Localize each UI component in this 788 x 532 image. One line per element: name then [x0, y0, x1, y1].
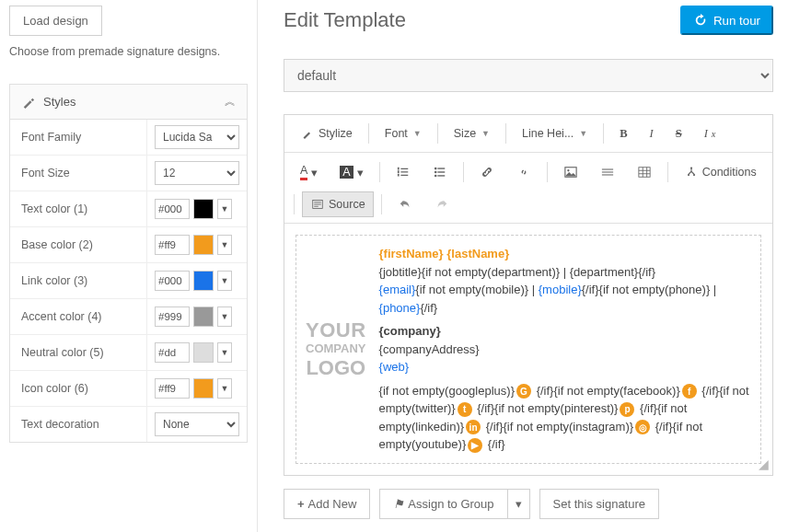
color-hex-input[interactable]: [155, 271, 190, 291]
color-swatch[interactable]: [193, 306, 214, 327]
undo-button[interactable]: [389, 191, 421, 217]
color-hex-input[interactable]: [155, 378, 190, 399]
caret-down-icon: ▼: [481, 129, 490, 138]
style-row: Link color (3)▼: [10, 263, 247, 299]
unlink-button[interactable]: [508, 159, 539, 185]
style-select[interactable]: Lucida Sa: [155, 125, 239, 149]
resize-handle-icon[interactable]: ◢: [759, 457, 769, 471]
caret-down-icon: ▾: [311, 166, 318, 179]
conditions-button[interactable]: Conditions: [676, 159, 765, 185]
color-dropdown[interactable]: ▼: [217, 378, 232, 399]
stylize-button[interactable]: Stylize: [292, 121, 361, 146]
size-select[interactable]: Size▼: [446, 122, 498, 145]
template-select[interactable]: default: [284, 59, 773, 92]
editor: Stylize Font▼ Size▼ Line Hei...▼ B I S I…: [284, 114, 773, 476]
facebook-icon: f: [682, 384, 697, 399]
caret-down-icon: ▾: [516, 497, 522, 511]
branch-icon: [684, 165, 699, 179]
styles-panel: Styles ︽ Font FamilyLucida SaFont Size12…: [9, 84, 248, 443]
font-select[interactable]: Font▼: [377, 122, 430, 145]
svg-point-14: [693, 174, 695, 176]
styles-panel-header[interactable]: Styles ︽: [10, 85, 247, 120]
style-label: Accent color (4): [10, 299, 147, 334]
color-swatch[interactable]: [193, 271, 214, 291]
style-label: Icon color (6): [10, 371, 147, 406]
strike-button[interactable]: S: [667, 121, 690, 146]
table-icon: [637, 165, 652, 179]
wand-icon: [21, 95, 36, 110]
color-hex-input[interactable]: [155, 199, 190, 219]
styles-title: Styles: [43, 95, 75, 109]
chevron-up-icon: ︽: [225, 94, 236, 110]
style-row: Icon color (6)▼: [10, 371, 247, 407]
hr-button[interactable]: [592, 159, 623, 185]
svg-rect-11: [639, 168, 650, 178]
lineheight-select[interactable]: Line Hei...▼: [514, 122, 596, 145]
color-swatch[interactable]: [193, 199, 214, 219]
unordered-list-icon: [433, 165, 447, 179]
youtube-icon: ▶: [468, 438, 482, 453]
bgcolor-button[interactable]: A▾: [331, 160, 371, 185]
style-select[interactable]: 12: [155, 161, 239, 185]
caret-down-icon: ▾: [357, 166, 364, 179]
ol-button[interactable]: [388, 159, 419, 185]
color-dropdown[interactable]: ▼: [217, 271, 232, 291]
style-label: Font Family: [10, 120, 147, 155]
svg-rect-8: [602, 169, 613, 170]
twitter-icon: t: [458, 402, 472, 417]
color-hex-input[interactable]: [155, 235, 190, 255]
color-hex-input[interactable]: [155, 342, 190, 363]
style-row: Font Size12: [10, 156, 247, 191]
color-dropdown[interactable]: ▼: [217, 306, 232, 327]
svg-point-0: [435, 168, 437, 170]
redo-button[interactable]: [426, 191, 458, 217]
hr-icon: [600, 165, 615, 179]
load-design-desc: Choose from premade signature designs.: [9, 45, 248, 58]
redo-icon: [435, 197, 449, 212]
svg-rect-5: [437, 175, 445, 176]
style-row: Text decorationNone: [10, 407, 247, 442]
color-dropdown[interactable]: ▼: [217, 342, 232, 363]
link-button[interactable]: [471, 159, 503, 185]
editor-content[interactable]: YOUR COMPANY LOGO {firstName} {lastName}…: [284, 224, 772, 475]
source-icon: [310, 197, 325, 212]
bold-button[interactable]: B: [611, 121, 635, 146]
color-swatch[interactable]: [193, 235, 214, 255]
style-select[interactable]: None: [155, 412, 239, 436]
undo-icon: [398, 197, 412, 212]
pinterest-icon: p: [620, 402, 634, 417]
plus-icon: +: [297, 497, 305, 511]
color-swatch[interactable]: [193, 378, 214, 399]
load-design-button[interactable]: Load design: [9, 6, 102, 36]
ordered-list-icon: [396, 165, 411, 179]
svg-rect-1: [437, 168, 445, 168]
link-icon: [480, 165, 494, 179]
color-dropdown[interactable]: ▼: [217, 199, 232, 219]
set-signature-button[interactable]: Set this signature: [539, 489, 659, 519]
unlink-icon: [516, 165, 531, 179]
clear-format-button[interactable]: Ix: [696, 121, 724, 146]
googleplus-icon: G: [516, 384, 531, 399]
image-button[interactable]: [555, 159, 586, 185]
run-tour-button[interactable]: Run tour: [680, 6, 773, 35]
add-new-button[interactable]: +Add New: [284, 489, 370, 519]
italic-button[interactable]: I: [642, 121, 662, 146]
style-label: Font Size: [10, 156, 147, 191]
color-dropdown[interactable]: ▼: [217, 235, 232, 255]
ul-button[interactable]: [424, 159, 456, 185]
table-button[interactable]: [629, 159, 660, 185]
svg-point-12: [690, 167, 692, 168]
template-body: {firstName} {lastName} {jobtitle}{if not…: [379, 245, 751, 454]
style-row: Neutral color (5)▼: [10, 335, 247, 371]
textcolor-button[interactable]: A▾: [292, 158, 326, 186]
assign-group-button[interactable]: ⚑Assign to Group ▾: [379, 489, 529, 519]
color-swatch[interactable]: [193, 342, 214, 363]
instagram-icon: ◎: [635, 420, 650, 434]
color-hex-input[interactable]: [155, 306, 190, 327]
assign-group-caret[interactable]: ▾: [507, 489, 530, 519]
refresh-icon: [693, 13, 708, 28]
wand-icon: [300, 126, 315, 141]
svg-point-7: [567, 169, 569, 171]
source-button[interactable]: Source: [302, 191, 374, 217]
svg-rect-3: [437, 171, 445, 172]
